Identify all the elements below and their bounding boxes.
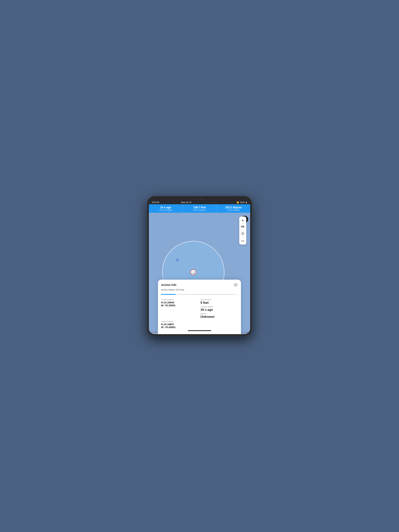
anchor-position-marker: ⚓ [191,270,196,275]
gps-accuracy-label: Gps accuracy [200,299,238,301]
map-area: ▲ [149,213,250,334]
anchor-bearing-cell: 153.3 degree Anchor Bearing [216,204,250,213]
slider-fill [161,294,176,295]
google-letter-e: e [156,331,157,333]
current-position-lat: N 24.19844 [161,301,199,304]
anchor-position-label: Anchor Position [161,321,199,323]
toolbar: ▲ [239,216,246,245]
panel-close-button[interactable]: ✕ [234,283,238,287]
current-position-section: Current Position N 24.19844 W -76.45901 [161,299,199,319]
anchor-distance-cell: 148.7 feet Anchor Distance [183,204,217,213]
current-position-lon: W -76.45901 [161,304,199,307]
slider-arrow-icon[interactable]: › [237,293,238,296]
status-bar-right: 📶 100% ▮ [237,201,247,203]
navigation-button[interactable]: ▲ [239,216,246,223]
history-button[interactable] [239,231,246,238]
current-position-label: Current Position [161,299,199,301]
battery-value: Unknown [200,315,238,319]
anchor-icon: ⚓ [192,271,195,274]
google-letter-g: G [151,331,152,333]
anchor-position-lon: W -76.45881 [161,326,199,329]
anchor-distance-value: 148.7 feet [184,206,216,209]
anchor-info-panel: Anchor Info ✕ Anchor Radius 215 Feet › C… [158,280,241,334]
camera-dot-1 [195,199,197,200]
boat-dot-inner [177,260,178,260]
svg-rect-0 [241,226,242,228]
wave-icon [241,239,244,243]
home-indicator [188,330,211,331]
more-dots: ··· [213,201,215,203]
status-bar-center: ··· [213,201,215,203]
anchor-bearing-value: 153.3 degree [217,206,249,209]
panel-grid: Current Position N 24.19844 W -76.45901 … [161,299,238,329]
anchor-icon-circle: ⚓ [191,270,196,275]
gps-accuracy-value: 5 feet [200,301,238,304]
status-date: Wed Jan 25 [181,201,191,203]
svg-rect-1 [242,226,243,228]
close-icon: ✕ [235,284,237,286]
anchor-radius-text: Anchor Radius 215 Feet [161,289,238,291]
gps-accuracy-section: Gps accuracy 5 feet Last gps update 16 s… [200,299,238,319]
panel-title: Anchor Info [161,283,176,286]
battery-icon: ▮ [246,201,247,203]
google-watermark: Google [151,331,157,333]
svg-rect-2 [243,226,244,228]
boat-dot-outer [176,259,179,261]
gps-update-cell: 16 s ago Last Gps Update [149,204,183,213]
camera-dot-4 [202,199,204,200]
anchor-bearing-label: Anchor Bearing [217,209,249,211]
battery-level: 100% [240,201,245,203]
device-frame: 8:06 PM Wed Jan 25 ··· 📶 100% ▮ 16 s ago… [147,196,252,336]
top-camera-area [149,198,250,201]
gps-update-value: 16 s ago [150,206,182,209]
status-time: 8:06 PM [152,201,159,203]
camera-dot-2 [198,199,199,200]
map-button[interactable] [239,223,246,231]
history-icon [241,232,244,236]
header-bar: 16 s ago Last Gps Update 148.7 feet Anch… [149,204,250,213]
toolbar-container: ▲ [241,215,248,223]
gps-update-label: Last Gps Update [150,209,182,211]
radius-slider-track[interactable] [161,294,236,295]
status-bar: 8:06 PM Wed Jan 25 ··· 📶 100% ▮ [149,201,250,204]
last-gps-update-value: 16 s ago [200,308,238,311]
wifi-icon: 📶 [237,202,239,203]
anchor-position-lat: N 24.19807 [161,323,199,326]
wave-button[interactable] [239,238,246,245]
battery-label: Battery [200,313,238,315]
map-icon [241,225,244,229]
last-gps-update-label: Last gps update [200,306,238,308]
device-screen: 8:06 PM Wed Jan 25 ··· 📶 100% ▮ 16 s ago… [149,201,250,334]
anchor-distance-label: Anchor Distance [184,209,216,211]
slider-row: › [161,293,238,296]
panel-header: Anchor Info ✕ [161,283,238,287]
anchor-position-section: Anchor Position N 24.19807 W -76.45881 [161,321,199,329]
navigation-icon: ▲ [241,218,244,222]
boat-position-marker [176,259,179,261]
camera-dot-3 [200,199,201,200]
